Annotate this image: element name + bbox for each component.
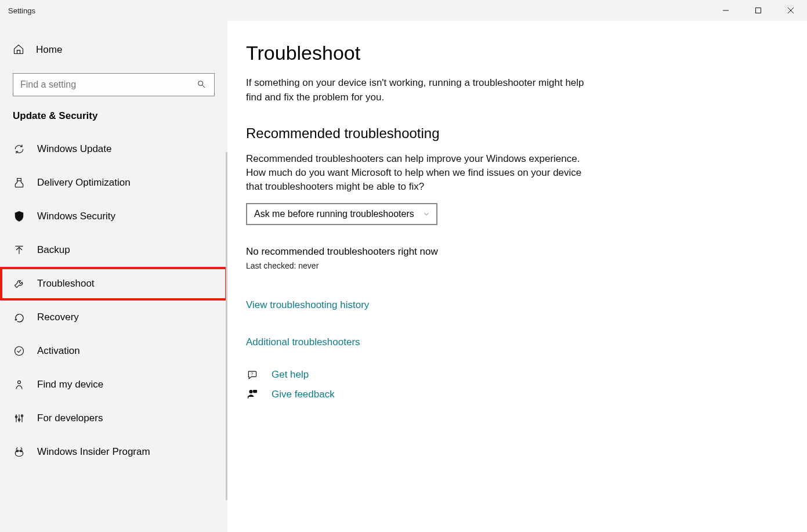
section-description: Recommended troubleshooters can help imp…: [246, 152, 599, 193]
sidebar-item-windows-insider[interactable]: Windows Insider Program: [0, 435, 227, 469]
troubleshooter-mode-dropdown[interactable]: Ask me before running troubleshooters: [246, 203, 437, 225]
dropdown-value: Ask me before running troubleshooters: [254, 209, 414, 219]
search-input[interactable]: [13, 79, 189, 90]
svg-line-5: [202, 85, 205, 88]
sidebar-item-label: Windows Update: [37, 143, 112, 155]
sidebar-item-find-my-device[interactable]: Find my device: [0, 368, 227, 401]
search-icon: [189, 79, 214, 91]
link-get-help[interactable]: Get help: [272, 369, 309, 381]
sidebar-item-label: Recovery: [37, 312, 79, 323]
link-give-feedback[interactable]: Give feedback: [272, 389, 335, 400]
sidebar-item-recovery[interactable]: Recovery: [0, 301, 227, 334]
sidebar-item-delivery-optimization[interactable]: Delivery Optimization: [0, 166, 227, 200]
home-icon: [13, 44, 24, 57]
help-icon: ?: [246, 369, 259, 381]
developer-icon: [13, 412, 26, 424]
backup-icon: [13, 244, 26, 256]
sidebar-home-label: Home: [36, 44, 62, 56]
sidebar-item-backup[interactable]: Backup: [0, 233, 227, 267]
sidebar-item-label: Troubleshoot: [37, 278, 95, 289]
svg-point-10: [18, 381, 21, 383]
sidebar-item-label: Windows Insider Program: [37, 446, 150, 458]
window-controls: [710, 0, 807, 21]
activation-icon: [13, 345, 26, 357]
sidebar-item-label: Backup: [37, 244, 70, 256]
sidebar-category: Update & Security: [0, 104, 227, 132]
sidebar-item-windows-update[interactable]: Windows Update: [0, 132, 227, 166]
maximize-icon: [755, 7, 762, 14]
sidebar: Home Update & Security Windows Update: [0, 21, 227, 532]
svg-text:?: ?: [251, 371, 253, 377]
optimization-icon: [13, 177, 26, 189]
no-recommended-text: No recommended troubleshooters right now: [246, 246, 599, 258]
sidebar-scroll-indicator: [226, 152, 227, 500]
sidebar-item-activation[interactable]: Activation: [0, 334, 227, 368]
feedback-icon: [246, 389, 259, 400]
search-box[interactable]: [13, 73, 215, 96]
main-content: Troubleshoot If something on your device…: [227, 21, 807, 532]
close-icon: [787, 7, 794, 14]
svg-rect-21: [254, 390, 257, 392]
svg-point-4: [198, 81, 203, 85]
window-titlebar: Settings: [0, 0, 807, 21]
get-help-row: ? Get help: [246, 369, 599, 381]
sidebar-item-label: Activation: [37, 345, 80, 357]
sidebar-home[interactable]: Home: [0, 37, 227, 63]
svg-rect-6: [17, 179, 21, 181]
find-device-icon: [13, 379, 26, 390]
link-view-history[interactable]: View troubleshooting history: [246, 299, 599, 311]
sidebar-nav: Windows Update Delivery Optimization Win…: [0, 132, 227, 469]
give-feedback-row: Give feedback: [246, 389, 599, 400]
recovery-icon: [13, 312, 26, 323]
sync-icon: [13, 143, 26, 155]
svg-point-9: [15, 347, 24, 356]
shield-icon: [13, 211, 26, 222]
intro-text: If something on your device isn't workin…: [246, 76, 599, 104]
sidebar-item-label: Find my device: [37, 379, 103, 390]
link-additional-troubleshooters[interactable]: Additional troubleshooters: [246, 336, 599, 348]
sidebar-item-windows-security[interactable]: Windows Security: [0, 200, 227, 233]
minimize-button[interactable]: [710, 0, 742, 21]
svg-point-20: [249, 390, 252, 393]
close-button[interactable]: [775, 0, 807, 21]
window-title: Settings: [0, 6, 35, 15]
sidebar-item-troubleshoot[interactable]: Troubleshoot: [0, 267, 227, 301]
section-heading: Recommended troubleshooting: [246, 125, 599, 142]
sidebar-item-label: For developers: [37, 412, 103, 424]
page-title: Troubleshoot: [246, 42, 599, 64]
insider-icon: [13, 446, 26, 458]
maximize-button[interactable]: [742, 0, 775, 21]
sidebar-item-for-developers[interactable]: For developers: [0, 401, 227, 435]
sidebar-item-label: Windows Security: [37, 211, 115, 222]
sidebar-item-label: Delivery Optimization: [37, 177, 131, 189]
last-checked-text: Last checked: never: [246, 261, 599, 270]
wrench-icon: [13, 278, 26, 289]
svg-rect-1: [756, 8, 761, 13]
minimize-icon: [722, 7, 729, 14]
chevron-down-icon: [422, 210, 430, 218]
